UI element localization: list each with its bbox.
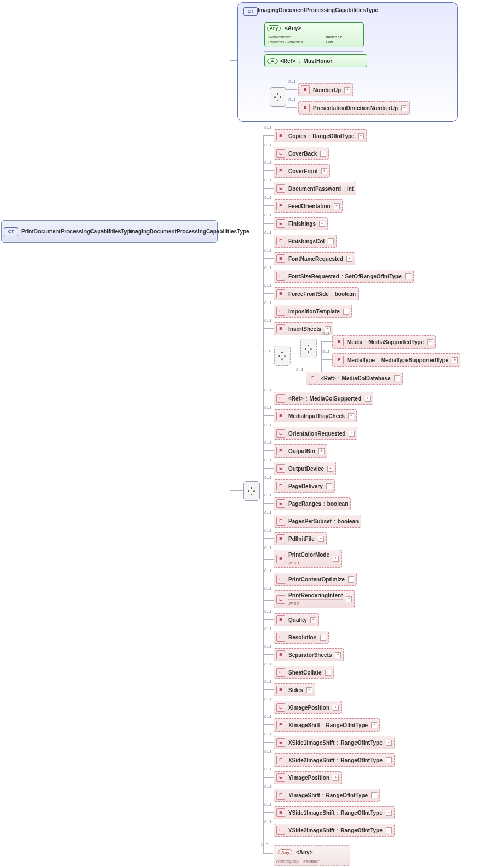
expand-icon[interactable]: +	[334, 203, 340, 209]
element-icon: E	[276, 412, 285, 420]
element-node[interactable]: EXImagePosition+	[274, 701, 342, 714]
element-icon: E	[276, 826, 285, 835]
element-node[interactable]: EFinishings+	[274, 217, 328, 230]
element-node[interactable]: ESheetCollate+	[274, 666, 334, 679]
expand-icon[interactable]: +	[321, 168, 327, 174]
element-node[interactable]: EImpositionTemplate+	[274, 305, 352, 318]
expand-icon[interactable]: +	[394, 375, 400, 381]
element-node[interactable]: EFontSizeRequested:SetOfRangeOfIntType+	[274, 270, 414, 283]
expand-icon[interactable]: +	[349, 431, 355, 437]
element-node[interactable]: ESeparatorSheets+	[274, 648, 344, 661]
element-node[interactable]: ECoverFront+	[274, 164, 330, 178]
expand-icon[interactable]: +	[386, 827, 392, 833]
connector	[263, 486, 274, 486]
expand-icon[interactable]: +	[325, 670, 331, 676]
element-node[interactable]: EResolution+	[274, 631, 329, 644]
expand-icon[interactable]: +	[327, 466, 333, 472]
element-node[interactable]: EFinishingsCol+	[274, 235, 337, 248]
element-node[interactable]: EYImagePosition+	[274, 771, 342, 784]
expand-icon[interactable]: +	[318, 448, 325, 454]
element-node[interactable]: EYSide2ImageShift:RangeOfIntType+	[274, 824, 395, 837]
element-node[interactable]: EMedia:MediaSupportedType+	[332, 335, 436, 349]
expand-icon[interactable]: +	[318, 536, 324, 542]
expand-icon[interactable]: +	[401, 105, 407, 111]
ct-icon: CT	[4, 227, 18, 236]
element-node[interactable]: EPdlInitFile+	[274, 532, 327, 545]
expand-icon[interactable]: +	[348, 413, 354, 419]
expand-icon[interactable]: +	[326, 483, 332, 489]
element-node[interactable]: EPresentationDirectionNumberUp+	[298, 101, 410, 115]
multiplicity: 0..1	[264, 125, 271, 130]
element-node[interactable]: EPageDelivery+	[274, 479, 335, 493]
element-node[interactable]: EYImageShift:RangeOfIntType+	[274, 789, 380, 802]
expand-icon[interactable]: +	[346, 256, 352, 262]
element-name: XSide1ImageShift	[288, 740, 334, 746]
element-node[interactable]: EPrintContentOptimize+	[274, 573, 357, 586]
multiplicity: 0..1	[264, 142, 271, 147]
expand-icon[interactable]: +	[344, 87, 350, 93]
expand-icon[interactable]: +	[371, 792, 377, 798]
element-node[interactable]: EFontNameRequested+	[274, 252, 355, 265]
element-node[interactable]: EMediaInputTrayCheck+	[274, 409, 357, 422]
expand-icon[interactable]: +	[306, 687, 312, 693]
element-node[interactable]: EPagesPerSubset:boolean	[274, 515, 361, 528]
sequence-icon[interactable]	[300, 339, 317, 358]
expand-icon[interactable]: +	[320, 151, 326, 157]
expand-icon[interactable]: +	[328, 238, 334, 244]
expand-icon[interactable]: +	[427, 339, 433, 345]
element-node[interactable]: EXSide1ImageShift:RangeOfIntType+	[274, 736, 395, 749]
sequence-icon[interactable]	[243, 481, 260, 501]
element-node[interactable]: EOutputDevice+	[274, 462, 336, 475]
element-row: ESeparatorSheets+	[274, 648, 344, 661]
element-node[interactable]: EDocumentPassword:int	[274, 182, 356, 195]
multiplicity: 0..1	[264, 387, 271, 392]
element-node[interactable]: ECoverBack+	[274, 147, 329, 160]
expand-icon[interactable]: +	[405, 273, 411, 279]
connector	[263, 433, 274, 433]
element-node[interactable]: ENumberUp+	[298, 83, 353, 96]
expand-icon[interactable]: +	[310, 617, 316, 623]
element-icon: E	[276, 447, 285, 455]
any-wildcard[interactable]: Any <Any> Namespace ##other	[274, 845, 350, 866]
element-node[interactable]: EXSide2ImageShift:RangeOfIntType+	[274, 753, 395, 767]
expand-icon[interactable]: +	[346, 596, 352, 602]
expand-icon[interactable]: +	[365, 396, 371, 402]
expand-icon[interactable]: +	[320, 635, 326, 641]
expand-icon[interactable]: +	[343, 309, 349, 315]
element-node[interactable]: EYSide1ImageShift:RangeOfIntType+	[274, 806, 395, 819]
expand-icon[interactable]: +	[333, 705, 339, 711]
element-node[interactable]: E<Ref>:MediaColDatabase+	[306, 372, 403, 385]
expand-icon[interactable]: +	[386, 810, 392, 816]
expand-icon[interactable]: +	[371, 722, 377, 728]
element-node[interactable]: EOrientationRequested+	[274, 427, 357, 440]
expand-icon[interactable]: +	[358, 133, 364, 139]
element-node[interactable]: EPrintRenderingIntentJPS3+	[274, 590, 355, 608]
expand-icon[interactable]: +	[319, 221, 325, 227]
attribute-ref[interactable]: A <Ref> : MustHonor	[264, 54, 367, 67]
expand-icon[interactable]: +	[335, 652, 341, 658]
expand-icon[interactable]: +	[452, 357, 458, 363]
element-node[interactable]: ESides+	[274, 683, 315, 696]
root-complex-type[interactable]: CT PrintDocumentProcessingCapabilitiesTy…	[1, 220, 218, 243]
element-node[interactable]: EFeedOrientation+	[274, 199, 343, 213]
expand-icon[interactable]: +	[333, 556, 339, 562]
expand-icon[interactable]: +	[348, 576, 354, 583]
element-node[interactable]: EPageRanges:boolean	[274, 497, 351, 510]
element-node[interactable]: EOutputBin+	[274, 444, 327, 458]
element-node[interactable]: E<Ref>:MediaColSupported+	[274, 392, 373, 405]
element-node[interactable]: ECopies:RangeOfIntType+	[274, 129, 367, 142]
expand-icon[interactable]: +	[386, 757, 392, 763]
expand-icon[interactable]: +	[386, 740, 392, 746]
element-node[interactable]: EPrintColorModeJPS3+	[274, 550, 342, 568]
sequence-icon[interactable]	[270, 87, 286, 107]
any-title: <Any>	[296, 849, 313, 855]
element-node[interactable]: EQuality+	[274, 613, 319, 626]
choice-icon[interactable]	[274, 346, 291, 366]
element-node[interactable]: EXImageShift:RangeOfIntType+	[274, 718, 380, 732]
any-wildcard[interactable]: Any <Any> Namespace##other Process Conte…	[264, 22, 364, 47]
element-node[interactable]: EForceFrontSide:boolean	[274, 287, 359, 300]
connector	[230, 490, 243, 491]
element-node[interactable]: EMediaType:MediaTypeSupportedType+	[332, 353, 460, 367]
expand-icon[interactable]: +	[333, 775, 339, 781]
connector	[286, 107, 297, 108]
